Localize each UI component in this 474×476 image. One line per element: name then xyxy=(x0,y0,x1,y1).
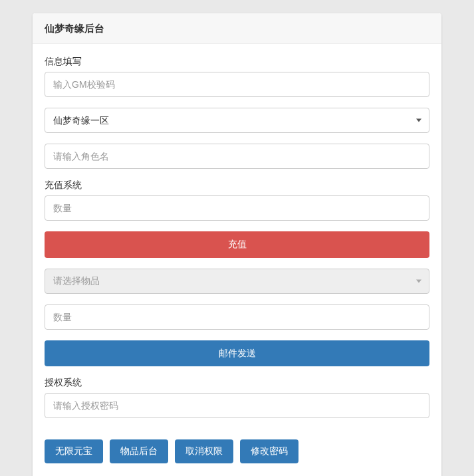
mail-send-button[interactable]: 邮件发送 xyxy=(45,340,429,367)
recharge-button[interactable]: 充值 xyxy=(45,231,429,258)
cancel-permission-button[interactable]: 取消权限 xyxy=(175,439,233,463)
info-section-label: 信息填写 xyxy=(45,56,429,68)
item-select-wrap: 请选择物品 xyxy=(45,269,429,294)
role-name-input[interactable] xyxy=(45,144,429,169)
server-select-wrap: 仙梦奇缘一区 xyxy=(45,108,429,133)
item-backend-button[interactable]: 物品后台 xyxy=(110,439,168,463)
gm-code-input[interactable] xyxy=(45,72,429,97)
auth-section-label: 授权系统 xyxy=(45,377,429,389)
server-select-value: 仙梦奇缘一区 xyxy=(53,113,109,128)
panel-body: 信息填写 仙梦奇缘一区 充值系统 充值 请选择物品 邮件发送 授权系统 无限元宝… xyxy=(33,44,441,476)
change-password-button[interactable]: 修改密码 xyxy=(240,439,298,463)
recharge-quantity-input[interactable] xyxy=(45,195,429,221)
page-title: 仙梦奇缘后台 xyxy=(45,23,429,35)
server-select[interactable]: 仙梦奇缘一区 xyxy=(45,108,429,133)
action-button-row: 无限元宝 物品后台 取消权限 修改密码 xyxy=(45,439,429,469)
item-select[interactable]: 请选择物品 xyxy=(45,269,429,294)
recharge-section-label: 充值系统 xyxy=(45,179,429,191)
item-quantity-input[interactable] xyxy=(45,304,429,330)
admin-panel: 仙梦奇缘后台 信息填写 仙梦奇缘一区 充值系统 充值 请选择物品 邮件发送 授权… xyxy=(33,13,441,476)
caret-down-icon xyxy=(416,119,421,122)
unlimited-gold-button[interactable]: 无限元宝 xyxy=(45,439,103,463)
auth-password-input[interactable] xyxy=(45,393,429,418)
caret-down-icon xyxy=(416,279,421,283)
item-select-placeholder: 请选择物品 xyxy=(53,273,100,288)
panel-header: 仙梦奇缘后台 xyxy=(33,13,441,44)
